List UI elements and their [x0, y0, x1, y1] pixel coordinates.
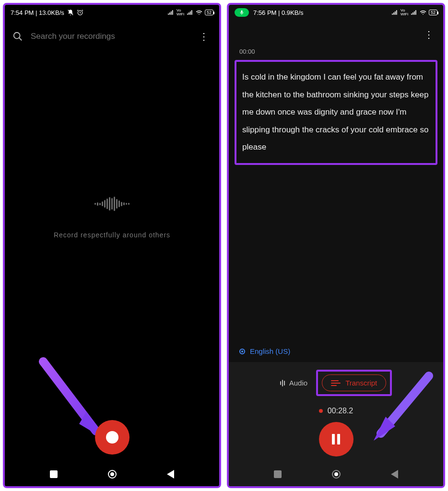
transcript-mode-button[interactable]: Transcript [322, 374, 386, 391]
nav-recents-button[interactable] [274, 470, 282, 478]
recording-indicator-dot [319, 409, 323, 413]
nav-home-button[interactable] [332, 470, 341, 479]
phone-screen-right: 7:56 PM | 0.9KB/s VoWiFi 52 ⋮ 00:00 Is c… [227, 3, 445, 488]
record-button[interactable] [95, 420, 130, 455]
transcript-lines-icon [331, 380, 341, 386]
battery-icon: 52 [205, 10, 213, 15]
annotation-highlight-transcript: Transcript [316, 370, 392, 396]
status-time-net: 7:56 PM | 0.9KB/s [253, 9, 304, 16]
nav-back-button[interactable] [167, 470, 174, 479]
nav-back-button[interactable] [391, 470, 398, 479]
status-bar: 7:56 PM | 0.9KB/s VoWiFi 52 [229, 5, 443, 19]
transcript-text: Is cold in the kingdom I can feel you fa… [235, 60, 437, 165]
nav-bar [5, 463, 219, 486]
empty-state: Record respectfully around others [5, 15, 219, 420]
audio-mode-button[interactable]: Audio [280, 379, 307, 387]
alarm-icon [77, 9, 83, 16]
hint-text: Record respectfully around others [54, 231, 170, 239]
signal-icon [167, 9, 174, 16]
wifi-icon [196, 9, 202, 16]
notifications-muted-icon [67, 9, 74, 16]
transcript-timestamp: 00:00 [229, 46, 443, 59]
target-icon [239, 349, 245, 354]
svg-rect-4 [241, 11, 243, 13]
more-menu-button[interactable]: ⋮ [421, 26, 436, 43]
pause-icon [332, 434, 340, 444]
timer-value: 00:28.2 [328, 407, 353, 415]
wifi-icon [420, 9, 426, 16]
footer-controls: Audio Transcript 00:28.2 [229, 362, 443, 486]
nav-bar [229, 463, 443, 486]
language-selector[interactable]: English (US) [229, 344, 443, 362]
battery-icon: 52 [429, 10, 437, 15]
nav-recents-button[interactable] [50, 470, 58, 478]
waveform-icon [94, 197, 130, 211]
vowifi-icon: VoWiFi [401, 9, 408, 16]
mic-active-pill[interactable] [235, 8, 249, 17]
signal-icon [391, 9, 398, 16]
pause-button[interactable] [319, 422, 354, 456]
signal-icon-2 [411, 9, 417, 16]
signal-icon-2 [187, 9, 193, 16]
nav-home-button[interactable] [108, 470, 117, 479]
phone-screen-left: 7:54 PM | 13.0KB/s VoWiFi 52 ⋮ Record re… [3, 3, 221, 488]
audio-bars-icon [280, 380, 285, 386]
language-label: English (US) [250, 347, 290, 355]
record-dot-icon [106, 431, 118, 444]
recording-timer: 00:28.2 [229, 402, 443, 422]
